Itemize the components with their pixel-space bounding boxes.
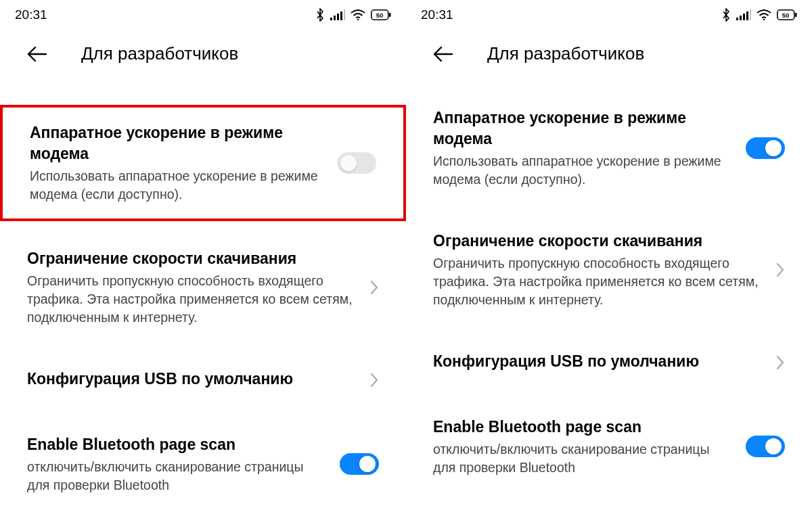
svg-rect-9: [736, 18, 738, 20]
bluetooth-scan-desc: отключить/включить сканирование страницы…: [27, 458, 326, 494]
chevron-right-icon: [775, 262, 785, 278]
download-limit-title: Ограничение скорости скачивания: [433, 231, 762, 252]
status-time: 20:31: [421, 7, 453, 22]
svg-point-5: [357, 19, 359, 20]
bluetooth-scan-desc: отключить/включить сканирование страницы…: [433, 440, 732, 477]
bluetooth-scan-text: Enable Bluetooth page scan отключить/вкл…: [433, 417, 732, 477]
battery-icon: 50: [371, 9, 391, 20]
bluetooth-scan-row[interactable]: Enable Bluetooth page scan отключить/вкл…: [0, 419, 406, 509]
header: Для разработчиков: [406, 27, 812, 80]
bluetooth-icon: [721, 8, 731, 22]
chevron-right-icon: [369, 372, 379, 388]
usb-config-title: Конфигурация USB по умолчанию: [433, 351, 762, 372]
screen-left: 20:31 50: [0, 0, 406, 512]
bluetooth-scan-title: Enable Bluetooth page scan: [27, 434, 326, 455]
screen-right: 20:31 50: [406, 0, 812, 512]
svg-rect-1: [334, 16, 336, 20]
svg-rect-2: [337, 14, 339, 20]
hardware-accel-toggle[interactable]: [746, 137, 785, 159]
download-limit-text: Ограничение скорости скачивания Ограничи…: [433, 231, 762, 309]
hardware-accel-title: Аппаратное ускорение в режиме модема: [30, 122, 323, 164]
usb-config-row[interactable]: Конфигурация USB по умолчанию: [0, 354, 406, 407]
usb-config-row[interactable]: Конфигурация USB по умолчанию: [406, 336, 812, 390]
status-time: 20:31: [15, 7, 47, 22]
status-icons: 50: [721, 8, 797, 22]
usb-config-title: Конфигурация USB по умолчанию: [27, 369, 356, 390]
svg-rect-4: [344, 9, 345, 20]
bluetooth-scan-toggle[interactable]: [340, 453, 379, 475]
usb-config-text: Конфигурация USB по умолчанию: [27, 369, 356, 392]
bluetooth-scan-row[interactable]: Enable Bluetooth page scan отключить/вкл…: [406, 402, 812, 492]
header: Для разработчиков: [0, 27, 406, 80]
hardware-accel-toggle[interactable]: [337, 152, 376, 174]
usb-config-text: Конфигурация USB по умолчанию: [433, 351, 762, 375]
bluetooth-icon: [315, 8, 325, 22]
chevron-right-icon: [775, 354, 785, 371]
bluetooth-scan-toggle[interactable]: [746, 436, 785, 457]
svg-text:50: 50: [376, 11, 384, 19]
hardware-accel-title: Аппаратное ускорение в режиме модема: [433, 108, 732, 149]
wifi-icon: [351, 9, 365, 20]
wifi-icon: [757, 9, 771, 20]
svg-rect-11: [743, 14, 745, 20]
status-bar: 20:31 50: [406, 0, 812, 27]
hardware-accel-text: Аппаратное ускорение в режиме модема Исп…: [433, 108, 732, 189]
battery-icon: 50: [777, 9, 797, 20]
download-limit-row[interactable]: Ограничение скорости скачивания Ограничи…: [0, 233, 406, 342]
bluetooth-scan-text: Enable Bluetooth page scan отключить/вкл…: [27, 434, 326, 494]
svg-rect-10: [740, 16, 742, 20]
svg-rect-13: [750, 9, 751, 20]
hardware-accel-row[interactable]: Аппаратное ускорение в режиме модема Исп…: [406, 93, 812, 204]
status-icons: 50: [315, 8, 391, 22]
svg-rect-0: [330, 18, 332, 20]
signal-icon: [330, 9, 345, 20]
page-title: Для разработчиков: [487, 43, 644, 64]
download-limit-title: Ограничение скорости скачивания: [27, 248, 356, 269]
hardware-accel-desc: Использовать аппаратное ускорение в режи…: [30, 167, 323, 204]
download-limit-text: Ограничение скорости скачивания Ограничи…: [27, 248, 356, 327]
page-title: Для разработчиков: [81, 43, 238, 64]
svg-point-14: [763, 19, 765, 20]
hardware-accel-row[interactable]: Аппаратное ускорение в режиме модема Исп…: [0, 105, 406, 221]
bluetooth-scan-title: Enable Bluetooth page scan: [433, 417, 732, 438]
download-limit-desc: Ограничить пропускную способность входящ…: [433, 254, 762, 309]
hardware-accel-desc: Использовать аппаратное ускорение в режи…: [433, 152, 732, 189]
download-limit-row[interactable]: Ограничение скорости скачивания Ограничи…: [406, 216, 812, 324]
chevron-right-icon: [369, 279, 379, 296]
back-arrow-icon[interactable]: [27, 46, 47, 62]
hardware-accel-text: Аппаратное ускорение в режиме модема Исп…: [30, 122, 323, 204]
svg-rect-16: [795, 13, 797, 17]
svg-text:50: 50: [782, 11, 790, 19]
svg-rect-7: [389, 13, 391, 17]
svg-rect-12: [746, 11, 748, 20]
status-bar: 20:31 50: [0, 0, 406, 27]
download-limit-desc: Ограничить пропускную способность входящ…: [27, 272, 356, 327]
back-arrow-icon[interactable]: [433, 46, 453, 62]
svg-rect-3: [340, 11, 342, 20]
signal-icon: [736, 9, 751, 20]
